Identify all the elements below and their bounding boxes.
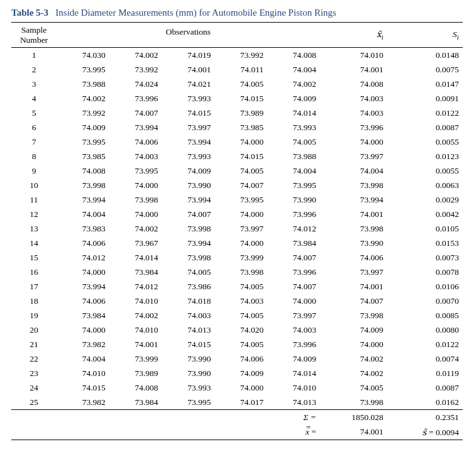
table-row: 674.00973.99473.99773.98573.99373.9960.0… [11, 120, 463, 135]
obs-spacer [214, 41, 267, 47]
obs-spacer [162, 41, 215, 47]
cell-obs: 74.009 [267, 351, 320, 366]
cell-si: 0.0153 [387, 236, 463, 250]
sigma-label: Σ = [267, 410, 320, 425]
cell-sample: 17 [11, 279, 57, 294]
xbarbar: 74.001 [320, 424, 387, 440]
cell-si: 0.0074 [387, 351, 463, 366]
cell-obs: 73.990 [267, 192, 320, 207]
cell-xi: 73.996 [320, 120, 387, 135]
cell-obs: 74.017 [214, 395, 267, 410]
sample-line2: Number [20, 35, 48, 45]
cell-obs: 73.989 [214, 106, 267, 120]
cell-obs: 73.988 [267, 149, 320, 163]
cell-xi: 74.002 [320, 366, 387, 380]
table-row: 2074.00074.01074.01374.02074.00374.0090.… [11, 323, 463, 337]
cell-sample: 7 [11, 135, 57, 149]
table-row: 2474.01574.00873.99374.00074.01074.0050.… [11, 380, 463, 395]
cell-xi: 74.009 [320, 323, 387, 337]
cell-obs: 74.008 [109, 380, 162, 395]
table-row: 2374.01073.98973.99074.00974.01474.0020.… [11, 366, 463, 380]
table-row: 873.98574.00373.99374.01573.98873.9970.0… [11, 149, 463, 163]
cell-obs: 74.010 [267, 380, 320, 395]
cell-si: 0.0055 [387, 163, 463, 178]
table-row: 1173.99473.99873.99473.99573.99073.9940.… [11, 192, 463, 207]
cell-obs: 74.014 [267, 106, 320, 120]
cell-obs: 74.005 [214, 308, 267, 323]
cell-obs: 73.996 [267, 265, 320, 279]
cell-obs: 73.996 [267, 337, 320, 351]
cell-obs: 74.003 [109, 149, 162, 163]
cell-obs: 73.994 [57, 279, 109, 294]
cell-si: 0.0075 [387, 62, 463, 77]
cell-obs: 74.005 [267, 135, 320, 149]
cell-obs: 74.015 [162, 337, 215, 351]
cell-obs: 73.985 [57, 149, 109, 163]
table-row: 2274.00473.99973.99074.00674.00974.0020.… [11, 351, 463, 366]
table-row: 1274.00474.00074.00774.00073.99674.0010.… [11, 207, 463, 221]
cell-obs: 73.996 [109, 91, 162, 106]
cell-obs: 74.005 [214, 163, 267, 178]
cell-si: 0.0029 [387, 192, 463, 207]
cell-sample: 12 [11, 207, 57, 221]
table-row: 974.00873.99574.00974.00574.00474.0040.0… [11, 163, 463, 178]
cell-sample: 19 [11, 308, 57, 323]
cell-obs: 74.015 [214, 149, 267, 163]
cell-xi: 74.005 [320, 380, 387, 395]
cell-si: 0.0063 [387, 178, 463, 192]
cell-si: 0.0148 [387, 48, 463, 63]
cell-si: 0.0106 [387, 279, 463, 294]
sample-line1: Sample [21, 25, 47, 35]
cell-obs: 74.019 [162, 48, 215, 63]
cell-si: 0.0122 [387, 337, 463, 351]
table-title: Inside Diameter Measurements (mm) for Au… [55, 8, 336, 18]
cell-obs: 74.009 [267, 91, 320, 106]
cell-obs: 74.012 [267, 221, 320, 236]
cell-xi: 74.001 [320, 207, 387, 221]
cell-si: 0.0087 [387, 380, 463, 395]
cell-obs: 74.015 [57, 380, 109, 395]
cell-si: 0.0073 [387, 250, 463, 265]
table-row: 1973.98474.00274.00374.00573.99773.9980.… [11, 308, 463, 323]
cell-obs: 74.004 [267, 163, 320, 178]
cell-obs: 73.995 [57, 62, 109, 77]
table-row: 174.03074.00274.01973.99274.00874.0100.0… [11, 48, 463, 63]
cell-xi: 74.010 [320, 48, 387, 63]
cell-si: 0.0085 [387, 308, 463, 323]
cell-obs: 73.997 [267, 308, 320, 323]
cell-xi: 73.990 [320, 236, 387, 250]
cell-xi: 74.003 [320, 106, 387, 120]
cell-xi: 74.008 [320, 77, 387, 91]
cell-sample: 6 [11, 120, 57, 135]
cell-obs: 74.000 [267, 294, 320, 308]
cell-obs: 73.999 [109, 351, 162, 366]
cell-sample: 22 [11, 351, 57, 366]
cell-obs: 73.992 [57, 106, 109, 120]
cell-obs: 74.007 [214, 178, 267, 192]
cell-obs: 74.002 [109, 308, 162, 323]
cell-obs: 73.984 [109, 265, 162, 279]
cell-obs: 74.004 [57, 351, 109, 366]
table-row: 573.99274.00774.01573.98974.01474.0030.0… [11, 106, 463, 120]
cell-si: 0.0087 [387, 120, 463, 135]
cell-obs: 74.000 [57, 323, 109, 337]
cell-obs: 73.988 [57, 77, 109, 91]
cell-obs: 73.993 [162, 380, 215, 395]
cell-obs: 74.004 [267, 62, 320, 77]
cell-obs: 73.998 [214, 265, 267, 279]
cell-si: 0.0091 [387, 91, 463, 106]
cell-sample: 16 [11, 265, 57, 279]
cell-obs: 74.013 [162, 323, 215, 337]
cell-obs: 74.006 [57, 294, 109, 308]
cell-obs: 74.004 [57, 207, 109, 221]
cell-xi: 74.007 [320, 294, 387, 308]
cell-obs: 74.007 [267, 279, 320, 294]
table-caption: Table 5-3 Inside Diameter Measurements (… [11, 8, 463, 18]
cell-obs: 73.990 [162, 366, 215, 380]
cell-sample: 9 [11, 163, 57, 178]
cell-si: 0.0055 [387, 135, 463, 149]
col-sample: Sample Number [11, 23, 57, 48]
cell-obs: 74.002 [57, 91, 109, 106]
cell-obs: 74.008 [267, 48, 320, 63]
table-row: 1773.99474.01273.98674.00574.00774.0010.… [11, 279, 463, 294]
